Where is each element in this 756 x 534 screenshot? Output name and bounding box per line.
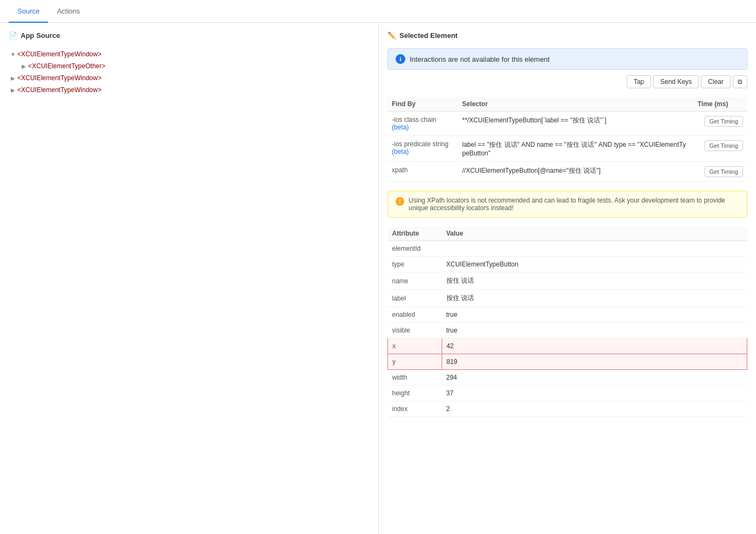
attr-name-9: height (388, 386, 442, 401)
attr-value-7: 819 (442, 354, 747, 370)
selector-cell-2: //XCUIElementTypeButton[@name="按住 说话"] (458, 162, 693, 182)
beta-label-1: (beta) (392, 148, 409, 155)
attr-name-5: visible (388, 323, 442, 338)
tree-label-3: <XCUIElementTypeWindow> (17, 86, 101, 94)
tree-node-1-1[interactable]: ▶ <XCUIElementTypeOther> (19, 60, 370, 72)
attr-row-7: y819 (388, 354, 747, 370)
attr-value-2: 按住 说话 (442, 272, 747, 290)
send-keys-button[interactable]: Send Keys (653, 75, 699, 88)
tree-toggle-2[interactable]: ▶ (9, 74, 17, 82)
warning-text: Using XPath locators is not recommended … (409, 197, 739, 212)
attr-row-8: width294 (388, 370, 747, 386)
attr-name-4: enabled (388, 307, 442, 323)
tree-node-1[interactable]: ▼ <XCUIElementTypeWindow> (9, 48, 370, 60)
right-panel-title: ✏️ Selected Element (387, 31, 747, 40)
attr-name-7: y (388, 354, 442, 370)
selector-row-1: -ios predicate string(beta)label == "按住 … (387, 136, 747, 162)
find-by-cell-1: -ios predicate string(beta) (387, 136, 458, 162)
pencil-icon: ✏️ (387, 31, 396, 40)
attr-row-4: enabledtrue (388, 307, 747, 323)
attr-row-10: index2 (388, 401, 747, 417)
col-selector: Selector (458, 97, 693, 112)
warning-icon: ! (396, 197, 404, 206)
selector-row-0: -ios class chain(beta)**/XCUIElementType… (387, 112, 747, 136)
left-panel-title: 📄 App Source (9, 31, 370, 40)
source-tree: ▼ <XCUIElementTypeWindow> ▶ <XCUIElement… (9, 48, 370, 96)
tap-button[interactable]: Tap (627, 75, 651, 88)
attr-name-8: width (388, 370, 442, 386)
tree-toggle-3[interactable]: ▶ (9, 86, 17, 94)
info-banner: i Interactions are not available for thi… (387, 48, 747, 70)
left-panel: 📄 App Source ▼ <XCUIElementTypeWindow> ▶… (0, 23, 379, 534)
tab-source[interactable]: Source (9, 1, 48, 23)
tree-toggle-1-1[interactable]: ▶ (19, 62, 28, 70)
attr-value-1: XCUIElementTypeButton (442, 257, 747, 272)
attr-value-10: 2 (442, 401, 747, 417)
timing-cell-2: Get Timing (693, 162, 747, 182)
attr-name-10: index (388, 401, 442, 417)
timing-cell-1: Get Timing (693, 136, 747, 162)
find-by-cell-0: -ios class chain(beta) (387, 112, 458, 136)
get-timing-button-0[interactable]: Get Timing (705, 116, 743, 127)
attr-name-1: type (388, 257, 442, 272)
document-icon: 📄 (9, 31, 17, 40)
attr-row-2: name按住 说话 (388, 272, 747, 290)
tree-node-3[interactable]: ▶ <XCUIElementTypeWindow> (9, 84, 370, 96)
attr-name-3: label (388, 290, 442, 307)
col-attribute: Attribute (388, 226, 442, 241)
get-timing-button-1[interactable]: Get Timing (705, 140, 743, 151)
info-banner-text: Interactions are not available for this … (410, 55, 550, 63)
warning-banner: ! Using XPath locators is not recommende… (387, 191, 747, 218)
tree-toggle-1[interactable]: ▼ (9, 50, 17, 58)
selector-cell-0: **/XCUIElementTypeButton[`label == "按住 说… (458, 112, 693, 136)
right-panel-title-text: Selected Element (399, 31, 458, 40)
attr-row-5: visibletrue (388, 323, 747, 338)
attr-table: Attribute Value elementIdtypeXCUIElement… (387, 226, 747, 417)
action-buttons: Tap Send Keys Clear ⧉ (387, 75, 747, 88)
attr-value-4: true (442, 307, 747, 323)
selector-cell-1: label == "按住 说话" AND name == "按住 说话" AND… (458, 136, 693, 162)
tree-label-1: <XCUIElementTypeWindow> (17, 50, 101, 58)
find-by-cell-2: xpath (387, 162, 458, 182)
attr-name-0: elementId (388, 241, 442, 257)
attr-name-6: x (388, 338, 442, 354)
attr-value-0 (442, 241, 747, 257)
col-value: Value (442, 226, 747, 241)
right-panel: ✏️ Selected Element i Interactions are n… (379, 23, 756, 534)
col-find-by: Find By (387, 97, 458, 112)
timing-cell-0: Get Timing (693, 112, 747, 136)
attr-value-9: 37 (442, 386, 747, 401)
attr-value-8: 294 (442, 370, 747, 386)
attr-value-6: 42 (442, 338, 747, 354)
tree-label-2: <XCUIElementTypeWindow> (17, 74, 101, 82)
left-panel-title-text: App Source (21, 31, 60, 40)
attr-row-1: typeXCUIElementTypeButton (388, 257, 747, 272)
tab-bar: Source Actions (0, 0, 756, 23)
clear-button[interactable]: Clear (701, 75, 731, 88)
tree-label-1-1: <XCUIElementTypeOther> (28, 62, 106, 70)
copy-button[interactable]: ⧉ (733, 75, 747, 88)
attr-row-3: label按住 说话 (388, 290, 747, 307)
attr-name-2: name (388, 272, 442, 290)
tree-node-2[interactable]: ▶ <XCUIElementTypeWindow> (9, 72, 370, 84)
beta-label-0: (beta) (392, 123, 409, 131)
main-layout: 📄 App Source ▼ <XCUIElementTypeWindow> ▶… (0, 23, 756, 534)
attr-row-6: x42 (388, 338, 747, 354)
attr-row-9: height37 (388, 386, 747, 401)
selector-table: Find By Selector Time (ms) -ios class ch… (387, 97, 747, 182)
attr-value-3: 按住 说话 (442, 290, 747, 307)
attr-value-5: true (442, 323, 747, 338)
tree-children-1: ▶ <XCUIElementTypeOther> (19, 60, 370, 72)
get-timing-button-2[interactable]: Get Timing (705, 166, 743, 177)
col-time: Time (ms) (693, 97, 747, 112)
info-icon: i (396, 54, 405, 64)
tab-actions[interactable]: Actions (48, 1, 89, 23)
selector-row-2: xpath//XCUIElementTypeButton[@name="按住 说… (387, 162, 747, 182)
attr-row-0: elementId (388, 241, 747, 257)
